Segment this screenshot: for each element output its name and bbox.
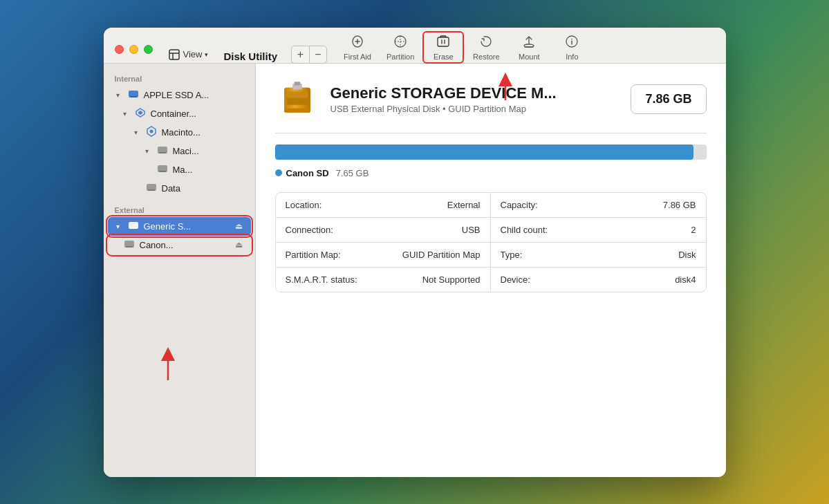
internal-section-label: Internal — [104, 72, 255, 86]
toolbar: View ▾ Disk Utility + − — [164, 31, 715, 68]
sidebar-item-macintosh[interactable]: ▾ Macinto... — [108, 123, 251, 142]
sidebar-item-apple-ssd[interactable]: ▾ APPLE SSD A... — [108, 86, 251, 104]
drive-icon — [127, 220, 140, 233]
sidebar-item-canon[interactable]: Canon... ⏏ — [108, 236, 251, 254]
drive-gray-icon — [123, 239, 136, 252]
location-label: Location: — [286, 200, 322, 210]
svg-rect-22 — [159, 171, 166, 172]
view-chevron: ▾ — [205, 51, 208, 58]
child-count-row-right: Child count: 2 — [491, 218, 706, 243]
sidebar-item-maci[interactable]: ▾ Maci... — [108, 142, 251, 160]
chevron-icon: ▾ — [116, 91, 123, 99]
svg-rect-35 — [284, 108, 310, 112]
info-button[interactable]: Info — [551, 31, 593, 64]
connection-label: Connection: — [286, 225, 333, 235]
capacity-label: Capacity: — [501, 200, 538, 210]
svg-marker-16 — [138, 111, 142, 115]
partition-map-value: GUID Partition Map — [402, 250, 481, 260]
svg-point-12 — [572, 38, 573, 39]
chevron-icon: ▾ — [134, 129, 141, 136]
child-count-label: Child count: — [501, 225, 548, 235]
erase-label: Erase — [434, 53, 454, 61]
sidebar-item-ma[interactable]: Ma... — [108, 160, 251, 179]
sidebar-item-label: Data — [162, 183, 243, 194]
view-label: View — [183, 49, 203, 59]
svg-rect-26 — [130, 227, 137, 229]
drive-gray-icon — [156, 144, 169, 158]
view-button[interactable]: View ▾ — [164, 46, 213, 64]
first-aid-label: First Aid — [344, 53, 371, 61]
close-button[interactable] — [115, 45, 124, 54]
sidebar-item-data[interactable]: Data — [108, 179, 251, 198]
connection-row-left: Connection: USB — [276, 218, 491, 243]
location-row-left: Location: External — [276, 193, 491, 218]
erase-icon — [436, 34, 451, 51]
mount-label: Mount — [519, 53, 540, 61]
svg-point-18 — [149, 129, 153, 133]
device-info: Generic STORAGE DEVICE M... USB External… — [330, 84, 620, 114]
volume-icon — [145, 126, 158, 139]
device-name: Generic STORAGE DEVICE M... — [330, 84, 620, 102]
mount-icon — [521, 34, 537, 51]
restore-button[interactable]: Restore — [465, 31, 507, 64]
svg-rect-20 — [159, 152, 166, 153]
partition-icon — [393, 34, 408, 51]
drive-gray-icon — [145, 182, 158, 195]
info-table: Location: External Capacity: 7.86 GB Con… — [275, 192, 707, 292]
mount-button[interactable]: Mount — [508, 31, 550, 64]
svg-rect-34 — [294, 82, 300, 85]
sidebar-item-label: Macinto... — [162, 127, 243, 138]
device-row-right: Device: disk4 — [491, 268, 706, 292]
capacity-row-right: Capacity: 7.86 GB — [491, 193, 706, 218]
partition-map-row-left: Partition Map: GUID Partition Map — [276, 243, 491, 268]
capacity-value: 7.86 GB — [663, 200, 696, 210]
legend-name: Canon SD — [286, 168, 329, 178]
legend-dot — [275, 169, 282, 176]
chevron-icon: ▾ — [145, 147, 152, 155]
type-value: Disk — [678, 250, 696, 260]
legend-size: 7.65 GB — [336, 168, 369, 178]
sidebar-item-label: Ma... — [173, 165, 243, 175]
sidebar-item-label: Maci... — [173, 146, 243, 156]
partition-button[interactable]: Partition — [380, 31, 421, 64]
add-volume-button[interactable]: + — [291, 46, 309, 64]
toolbar-tools: + − First A — [291, 31, 715, 64]
main-content: Internal ▾ APPLE SSD A... ▾ Container... — [104, 64, 726, 477]
restore-icon — [478, 34, 494, 51]
first-aid-button[interactable]: First Aid — [337, 31, 378, 64]
device-header: Generic STORAGE DEVICE M... USB External… — [275, 77, 707, 133]
eject-icon[interactable]: ⏏ — [235, 240, 243, 250]
sidebar-item-generic-s[interactable]: ▾ Generic S... ⏏ — [108, 217, 251, 236]
info-icon — [564, 34, 579, 51]
sidebar: Internal ▾ APPLE SSD A... ▾ Container... — [104, 64, 256, 477]
child-count-value: 2 — [691, 225, 696, 235]
minimize-button[interactable] — [129, 45, 138, 54]
chevron-icon: ▾ — [123, 110, 130, 118]
detail-pane: Generic STORAGE DEVICE M... USB External… — [256, 64, 726, 477]
device-icon-container — [275, 77, 319, 122]
location-value: External — [447, 200, 481, 210]
container-icon — [134, 107, 147, 120]
chevron-icon: ▾ — [116, 223, 123, 230]
svg-rect-24 — [148, 189, 155, 191]
title-bar: View ▾ Disk Utility + − — [104, 28, 726, 64]
sidebar-item-label: APPLE SSD A... — [144, 90, 243, 100]
sidebar-item-label: Canon... — [140, 240, 231, 250]
remove-volume-button[interactable]: − — [309, 46, 327, 64]
eject-icon[interactable]: ⏏ — [235, 221, 243, 231]
smart-label: S.M.A.R.T. status: — [286, 274, 357, 285]
app-title: Disk Utility — [223, 50, 277, 64]
info-label: Info — [566, 53, 578, 61]
disk-utility-window: View ▾ Disk Utility + − — [104, 28, 726, 477]
erase-button[interactable]: Erase — [422, 31, 464, 64]
smart-value: Not Supported — [422, 274, 481, 285]
maximize-button[interactable] — [144, 45, 153, 54]
storage-bar — [275, 144, 707, 160]
add-icon: + — [297, 48, 304, 61]
type-label: Type: — [501, 250, 523, 260]
svg-rect-14 — [130, 96, 137, 97]
connection-value: USB — [462, 225, 481, 235]
storage-legend: Canon SD 7.65 GB — [275, 168, 707, 178]
svg-rect-0 — [169, 50, 179, 59]
sidebar-item-container[interactable]: ▾ Container... — [108, 104, 251, 123]
